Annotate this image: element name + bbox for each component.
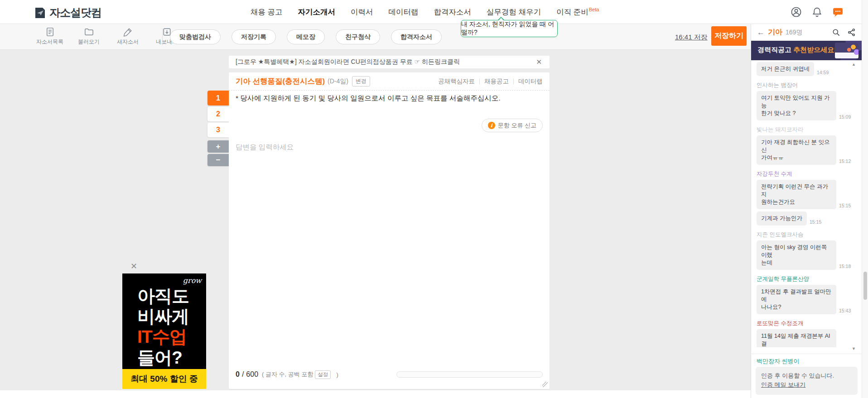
chat-message-row: 기아 재경 최합하신 분 잇으신 가여ㅠㅠ15:12 <box>757 135 853 165</box>
chat-message-time: 15:12 <box>839 158 851 164</box>
promo-notice-text[interactable]: [그로우 ★특별혜택★] 자소설회원이라면 CU편의점상품권 무료 ☞ 히든링크… <box>236 58 535 66</box>
editor-toolbar: 자소서목록불러오기새자소서내보내기 맞춤법검사저장기록메모장친구첨삭합격자소서 … <box>0 24 751 50</box>
header-icons <box>791 0 844 24</box>
ad-line: 들어? <box>137 347 189 368</box>
chat-scroll-down-icon[interactable]: ▼ <box>852 346 856 351</box>
chat-message-row: 전략기획 이런건 무슨 과가 지 원하는건가요15:15 <box>757 180 853 209</box>
chat-message-bubble: 저거 은근히 귀엽네 <box>757 62 814 76</box>
char-progress-bar <box>396 371 543 378</box>
chat-sidebar: ← 기아 169명 경력직공고 추천받으세요! ▲ 저거 은근히 귀엽네14:5… <box>751 24 862 398</box>
career-promo-thumbnail <box>835 43 858 58</box>
chat-username: 자강두천 수계 <box>757 170 853 178</box>
char-count-note: ( 글자 수, 공백 포함 <box>262 370 313 379</box>
char-count-note-end: ) <box>336 371 338 378</box>
save-button[interactable]: 저장하기 <box>711 26 747 46</box>
folder-icon <box>84 27 94 37</box>
chat-icon[interactable] <box>832 6 844 18</box>
chat-username: 빛나는 돼지코자라 <box>757 126 853 134</box>
chat-member-count: 169명 <box>786 29 825 37</box>
ad-line: 아직도 <box>137 286 189 306</box>
promo-notice-close-icon[interactable]: ✕ <box>535 58 543 66</box>
resource-link-채용공고[interactable]: 채용공고 <box>484 77 509 86</box>
share-icon[interactable] <box>847 28 856 37</box>
nav-item-데이터랩[interactable]: 데이터랩 <box>389 7 419 17</box>
link-separator <box>479 79 480 84</box>
chat-username: 인사하는 뱀장어 <box>757 82 853 89</box>
nav-beta-badge: Beta <box>589 7 599 12</box>
info-icon: i <box>488 122 495 129</box>
char-count-limit: 600 <box>246 370 258 379</box>
logo[interactable]: 자소설닷컴 <box>34 5 101 20</box>
ad-line: IT수업 <box>137 326 189 347</box>
question-tab-3[interactable]: 3 <box>207 123 229 137</box>
tool-button-새자소서[interactable]: 새자소서 <box>114 27 141 46</box>
chat-header: ← 기아 169명 <box>751 24 862 41</box>
tool-button-label: 불러오기 <box>78 38 100 46</box>
editor-footer: 0 / 600 ( 글자 수, 공백 포함 설정 ) <box>236 368 543 381</box>
tool-button-불러오기[interactable]: 불러오기 <box>75 27 102 46</box>
notification-bell-icon[interactable] <box>811 6 823 18</box>
toolbar-separator <box>162 29 163 45</box>
nav-item-합격자소서[interactable]: 합격자소서 <box>434 7 472 17</box>
resize-handle[interactable] <box>542 382 548 387</box>
pill-button-친구첨삭[interactable]: 친구첨삭 <box>336 29 380 44</box>
change-button[interactable]: 변경 <box>352 76 370 86</box>
chat-message-bubble: 전략기획 이런건 무슨 과가 지 원하는건가요 <box>757 180 836 209</box>
app-header: 자소설닷컴 채용 공고자기소개서이력서데이터랩합격자소서실무경험 채우기이직 준… <box>0 0 868 24</box>
ad-banner[interactable]: grow 아직도비싸게IT수업들어? 최대 50% 할인 중 <box>122 273 206 389</box>
dday-label: (D-4일) <box>328 77 348 86</box>
chat-message-row: 1차면접 후 결과발표 얼마만에 나나요?15:43 <box>757 285 853 314</box>
career-promo-banner[interactable]: 경력직공고 추천받으세요! <box>751 41 862 60</box>
nav-item-채용 공고[interactable]: 채용 공고 <box>251 7 283 17</box>
chat-message-bubble: 여기 토익만 있어도 지원 가능 한거 맞나요 ? <box>757 91 836 120</box>
chat-message-time: 15:18 <box>839 264 851 269</box>
pill-button-맞춤법검사[interactable]: 맞춤법검사 <box>170 29 221 44</box>
chat-message-time: 15:15 <box>839 203 851 208</box>
ad-close-icon[interactable]: ✕ <box>130 261 137 271</box>
resource-link-데이터랩[interactable]: 데이터랩 <box>518 77 543 86</box>
last-saved-time[interactable]: 16:41 저장 <box>675 33 708 42</box>
essay-panel-header: 기아 선행품질(충전시스템) (D-4일) 변경 공채핵심자료채용공고데이터랩 <box>229 72 550 91</box>
send-verification-email-link[interactable]: 인증 메일 보내기 <box>761 381 805 388</box>
report-error-button[interactable]: i 문항 오류 신고 <box>482 119 543 132</box>
answer-textarea[interactable]: 답변을 입력하세요 <box>229 138 550 366</box>
link-separator <box>513 79 514 84</box>
nav-item-이직 준비[interactable]: 이직 준비Beta <box>556 7 599 17</box>
chat-username: 로또맞은 수정조개 <box>757 320 853 327</box>
question-text: * 당사에 지원하게 된 동기 및 당사의 일원으로서 이루고 싶은 목표를 서… <box>236 93 543 103</box>
chat-message-bubble: 기계과 가능인가 <box>757 211 807 225</box>
page-scrollbar <box>862 0 868 398</box>
tool-button-label: 새자소서 <box>117 38 139 46</box>
search-icon[interactable] <box>832 28 840 37</box>
remove-question-tab[interactable]: − <box>207 154 229 166</box>
pill-button-합격자소서[interactable]: 합격자소서 <box>391 29 442 44</box>
back-arrow-icon[interactable]: ← <box>757 28 765 37</box>
chat-message-bubble: 11월 14일 제출 재경본부 AI결 과 나왔네요! <box>757 329 836 347</box>
count-settings-button[interactable]: 설정 <box>315 370 331 379</box>
pill-button-메모장[interactable]: 메모장 <box>287 29 325 44</box>
profile-icon[interactable] <box>791 6 802 18</box>
nav-item-자기소개서[interactable]: 자기소개서 <box>298 7 336 17</box>
pill-button-저장기록[interactable]: 저장기록 <box>231 29 276 44</box>
page-scrollbar-thumb[interactable] <box>863 272 867 300</box>
ad-text-lines: 아직도비싸게IT수업들어? <box>137 286 189 368</box>
tool-button-자소서목록[interactable]: 자소서목록 <box>36 27 63 46</box>
pencil-icon <box>123 27 133 37</box>
company-title[interactable]: 기아 선행품질(충전시스템) <box>236 77 325 86</box>
question-tab-2[interactable]: 2 <box>207 107 229 121</box>
ad-brand-logo: grow <box>183 276 202 285</box>
ad-footer-text: 최대 50% 할인 중 <box>122 369 206 389</box>
nav-item-이력서[interactable]: 이력서 <box>351 7 373 17</box>
chat-username: 지존 인도엘크사슴 <box>757 231 853 239</box>
nav-item-실무경험 채우기[interactable]: 실무경험 채우기 <box>487 7 541 17</box>
add-question-tab[interactable]: + <box>207 140 229 153</box>
career-promo-text-white: 경력직공고 <box>757 46 793 53</box>
answer-placeholder: 답변을 입력하세요 <box>236 143 294 152</box>
chat-message-bubble: 아는 형이 sky 경영 이런쪽이랬 는데 <box>757 240 836 270</box>
chat-message-bubble: 기아 재경 최합하신 분 잇으신 가여ㅠㅠ <box>757 135 836 165</box>
career-promo-text-orange: 추천받으세요! <box>793 46 836 53</box>
resource-link-공채핵심자료[interactable]: 공채핵심자료 <box>438 77 475 86</box>
chat-input-disabled-message: 인증 후 이용할 수 있습니다. <box>761 371 852 380</box>
chat-message-row: 저거 은근히 귀엽네14:59 <box>757 62 853 76</box>
question-tab-1[interactable]: 1 <box>207 91 229 105</box>
